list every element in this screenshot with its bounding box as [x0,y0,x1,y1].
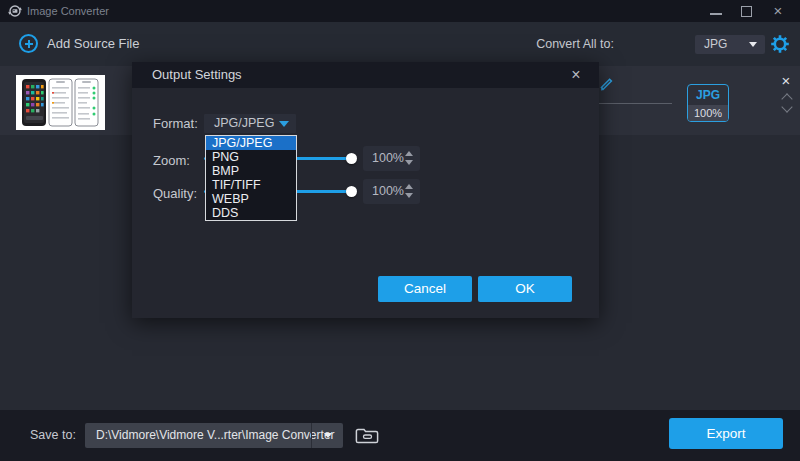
dialog-header: Output Settings × [132,62,599,88]
convert-all-dropdown[interactable]: JPG [695,35,765,54]
spinner-down-icon[interactable] [405,193,413,198]
add-source-file-button[interactable]: Add Source File [47,22,140,66]
window-close-button[interactable]: × [765,0,791,22]
toolbar: Add Source File Convert All to: JPG [0,22,800,66]
zoom-value-spinner[interactable]: 100% [363,146,420,171]
spinner-arrows [405,184,413,198]
save-path-dropdown[interactable]: D:\Vidmore\Vidmore V...rter\Image Conver… [85,423,343,448]
image-converter-window: Image Converter × Add Source File Conver… [0,0,800,461]
add-plus-icon [19,34,38,53]
format-option-png[interactable]: PNG [206,150,296,164]
cancel-button[interactable]: Cancel [378,276,472,302]
zoom-value: 100% [372,146,404,171]
filename-underline [598,103,672,104]
format-option-webp[interactable]: WEBP [206,192,296,206]
settings-gear-icon[interactable] [770,34,790,54]
ok-button[interactable]: OK [478,276,572,302]
minimize-icon [710,13,722,15]
quality-value: 100% [372,179,404,204]
zoom-slider-thumb[interactable] [346,153,357,164]
spinner-down-icon[interactable] [405,160,413,165]
format-options-list: JPG/JPEG PNG BMP TIF/TIFF WEBP DDS [205,135,297,221]
spinner-arrows [405,151,413,165]
browse-folder-button[interactable] [355,424,379,447]
rename-pencil-icon[interactable] [600,77,615,92]
format-option-bmp[interactable]: BMP [206,164,296,178]
title-bar: Image Converter × [0,0,800,22]
format-label: Format: [153,116,198,131]
chevron-down-icon[interactable] [781,101,792,112]
maximize-icon [741,6,752,17]
output-format-badge[interactable]: JPG 100% [687,84,729,122]
remove-file-button[interactable]: × [776,72,796,90]
format-badge-label: JPG [688,85,728,105]
quality-label: Quality: [153,186,197,201]
zoom-label: Zoom: [153,153,190,168]
save-to-label: Save to: [30,410,76,461]
quality-value-spinner[interactable]: 100% [363,179,420,204]
spinner-up-icon[interactable] [405,151,413,156]
source-image-thumbnail [16,75,105,130]
save-path-value: D:\Vidmore\Vidmore V...rter\Image Conver… [96,423,335,448]
chevron-down-icon [324,433,332,438]
dialog-title: Output Settings [152,62,242,88]
bottom-bar: Save to: D:\Vidmore\Vidmore V...rter\Ima… [0,410,800,461]
window-title: Image Converter [27,0,109,22]
divider [311,423,312,448]
format-option-tif-tiff[interactable]: TIF/TIFF [206,178,296,192]
format-option-dds[interactable]: DDS [206,206,296,220]
dialog-close-button[interactable]: × [565,62,587,88]
app-logo-icon [8,4,22,18]
minimize-button[interactable] [703,0,729,22]
output-settings-dialog: Output Settings × Format: JPG/JPEG JPG/J… [132,62,599,318]
format-dropdown-value: JPG/JPEG [214,114,274,133]
format-dropdown[interactable]: JPG/JPEG [204,114,296,133]
format-option-jpg-jpeg[interactable]: JPG/JPEG [206,136,296,150]
chevron-down-icon [749,42,757,47]
convert-all-value: JPG [704,35,727,54]
close-icon: × [765,0,791,22]
export-button[interactable]: Export [669,418,783,449]
chevron-down-icon [279,121,289,127]
maximize-button[interactable] [733,0,759,22]
percent-badge-label: 100% [688,105,728,121]
spinner-up-icon[interactable] [405,184,413,189]
convert-all-to-label: Convert All to: [536,22,614,66]
quality-slider-thumb[interactable] [346,186,357,197]
